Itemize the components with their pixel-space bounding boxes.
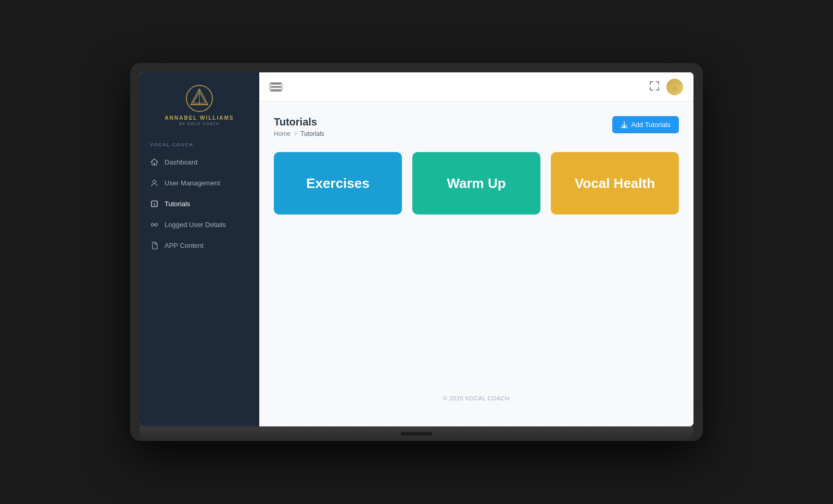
breadcrumb-home[interactable]: Home bbox=[274, 130, 291, 137]
link-icon bbox=[150, 220, 158, 229]
breadcrumb-separator: > bbox=[294, 130, 297, 137]
laptop-notch bbox=[401, 432, 432, 435]
tutorial-card-exercises[interactable]: Exercises bbox=[274, 152, 402, 215]
exercises-card-label: Exercises bbox=[306, 175, 369, 192]
fullscreen-button[interactable] bbox=[650, 81, 659, 93]
svg-point-8 bbox=[151, 223, 154, 226]
breadcrumb-current: Tutorials bbox=[300, 130, 324, 137]
download-icon bbox=[621, 121, 628, 129]
sidebar: ANNABEL WILLIAMS BE GOLD COACH VOCAL COA… bbox=[140, 72, 259, 426]
sidebar-logo: ANNABEL WILLIAMS BE GOLD COACH bbox=[140, 72, 259, 134]
sidebar-item-logged-user-details[interactable]: Logged User Details bbox=[140, 214, 259, 235]
add-tutorials-label: Add Tutorials bbox=[631, 121, 671, 129]
main-area: Tutorials Home > Tutorials Add Tutorials bbox=[259, 72, 693, 426]
sidebar-app-content-label: APP Content bbox=[165, 242, 204, 249]
sidebar-user-management-label: User Management bbox=[165, 179, 220, 187]
sidebar-item-dashboard[interactable]: Dashboard bbox=[140, 152, 259, 172]
page-footer: © 2020 VOCAL COACH bbox=[274, 385, 679, 412]
user-icon bbox=[150, 179, 158, 187]
svg-point-9 bbox=[155, 223, 157, 226]
user-avatar[interactable] bbox=[666, 79, 683, 95]
laptop-frame: ANNABEL WILLIAMS BE GOLD COACH VOCAL COA… bbox=[130, 63, 703, 441]
tutorial-cards-grid: Exercises Warm Up Vocal Health bbox=[274, 152, 679, 215]
sidebar-logged-user-label: Logged User Details bbox=[165, 221, 226, 229]
sidebar-item-app-content[interactable]: APP Content bbox=[140, 235, 259, 256]
laptop-screen: ANNABEL WILLIAMS BE GOLD COACH VOCAL COA… bbox=[140, 72, 693, 426]
header bbox=[259, 72, 693, 102]
page-title-area: Tutorials Home > Tutorials bbox=[274, 116, 324, 137]
hamburger-line-1 bbox=[271, 83, 281, 84]
sidebar-item-tutorials[interactable]: t Tutorials bbox=[140, 193, 259, 214]
tutorials-icon: t bbox=[150, 199, 158, 208]
vocal-health-card-label: Vocal Health bbox=[575, 175, 655, 192]
page-title: Tutorials bbox=[274, 116, 324, 128]
svg-point-5 bbox=[153, 180, 156, 183]
breadcrumb: Home > Tutorials bbox=[274, 130, 324, 137]
page-header: Tutorials Home > Tutorials Add Tutorials bbox=[274, 116, 679, 137]
add-tutorials-button[interactable]: Add Tutorials bbox=[612, 116, 679, 133]
hamburger-button[interactable] bbox=[270, 82, 282, 92]
logo-subtitle: BE GOLD COACH bbox=[179, 122, 220, 125]
logo-icon bbox=[186, 85, 213, 112]
sidebar-item-user-management[interactable]: User Management bbox=[140, 172, 259, 193]
sidebar-section-label: VOCAL COACH bbox=[140, 134, 259, 152]
footer-text: © 2020 VOCAL COACH bbox=[443, 395, 509, 401]
laptop-base bbox=[140, 426, 693, 441]
tutorial-card-warmup[interactable]: Warm Up bbox=[412, 152, 540, 215]
warmup-card-label: Warm Up bbox=[447, 175, 506, 192]
hamburger-line-3 bbox=[271, 90, 281, 91]
svg-text:t: t bbox=[154, 202, 155, 206]
page-content: Tutorials Home > Tutorials Add Tutorials bbox=[259, 102, 693, 426]
tutorial-card-vocal-health[interactable]: Vocal Health bbox=[551, 152, 679, 215]
sidebar-nav: Dashboard User Management bbox=[140, 152, 259, 256]
home-icon bbox=[150, 158, 158, 166]
sidebar-tutorials-label: Tutorials bbox=[165, 200, 190, 208]
sidebar-dashboard-label: Dashboard bbox=[165, 158, 198, 166]
header-right bbox=[650, 79, 683, 95]
hamburger-line-2 bbox=[271, 86, 281, 87]
file-icon bbox=[150, 241, 158, 249]
logo-name: ANNABEL WILLIAMS bbox=[165, 115, 234, 121]
